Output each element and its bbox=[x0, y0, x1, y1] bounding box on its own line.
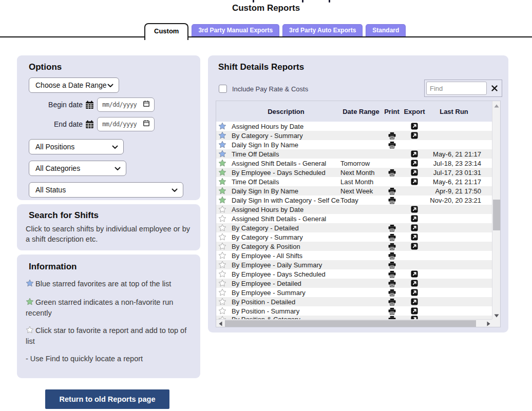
export-icon[interactable] bbox=[402, 169, 427, 176]
green-star-icon[interactable] bbox=[216, 187, 232, 195]
print-icon[interactable] bbox=[382, 197, 402, 204]
scroll-right-arrow-icon[interactable] bbox=[485, 320, 492, 327]
export-icon[interactable] bbox=[402, 270, 427, 278]
print-icon[interactable] bbox=[382, 169, 402, 177]
date-picker-icon[interactable] bbox=[143, 120, 150, 129]
report-description[interactable]: By Category - Summary bbox=[232, 132, 340, 140]
print-icon[interactable] bbox=[382, 132, 402, 140]
status-select[interactable]: All Status bbox=[29, 182, 183, 198]
export-icon[interactable] bbox=[402, 243, 427, 250]
horizontal-scrollbar-thumb[interactable] bbox=[225, 320, 476, 327]
blue-star-icon[interactable] bbox=[216, 150, 232, 158]
outline-star-icon[interactable] bbox=[216, 233, 232, 241]
categories-select[interactable]: All Categories bbox=[29, 161, 126, 176]
report-description[interactable]: Daily Sign In By Name bbox=[232, 187, 340, 195]
green-star-icon[interactable] bbox=[216, 196, 232, 204]
tab-3rd-party-manual-exports[interactable]: 3rd Party Manual Exports bbox=[192, 24, 279, 36]
print-icon[interactable] bbox=[382, 289, 402, 297]
outline-star-icon[interactable] bbox=[216, 270, 232, 278]
print-icon[interactable] bbox=[382, 270, 402, 278]
begin-date-input[interactable]: mm/dd/yyyy bbox=[97, 97, 155, 112]
vertical-scrollbar-thumb[interactable] bbox=[493, 200, 500, 230]
blue-star-icon[interactable] bbox=[216, 141, 232, 149]
clear-find-icon[interactable] bbox=[487, 85, 502, 91]
green-star-icon[interactable] bbox=[216, 168, 232, 177]
calendar-icon[interactable] bbox=[85, 101, 94, 109]
tab-custom[interactable]: Custom bbox=[144, 23, 188, 40]
report-description[interactable]: Assigned Shift Details - General bbox=[232, 160, 340, 167]
outline-star-icon[interactable] bbox=[216, 298, 232, 306]
export-icon[interactable] bbox=[402, 215, 427, 222]
outline-star-icon[interactable] bbox=[216, 205, 232, 213]
print-icon[interactable] bbox=[382, 252, 402, 260]
report-description[interactable]: By Position - Summary bbox=[232, 307, 340, 315]
report-description[interactable]: By Category - Summary bbox=[232, 233, 340, 241]
green-star-icon[interactable] bbox=[216, 178, 232, 186]
outline-star-icon[interactable] bbox=[216, 242, 232, 250]
scroll-up-arrow-icon[interactable] bbox=[493, 103, 500, 109]
scroll-down-arrow-icon[interactable] bbox=[493, 312, 500, 319]
report-description[interactable]: By Employee - Daily Summary bbox=[232, 261, 340, 269]
export-icon[interactable] bbox=[402, 298, 427, 305]
export-icon[interactable] bbox=[402, 280, 427, 287]
export-icon[interactable] bbox=[402, 123, 427, 130]
report-description[interactable]: By Employee - Detailed bbox=[232, 280, 340, 287]
report-description[interactable]: Assigned Hours by Date bbox=[232, 123, 340, 130]
report-description[interactable]: By Employee - Days Scheduled bbox=[232, 169, 340, 177]
green-star-icon[interactable] bbox=[216, 159, 232, 167]
report-description[interactable]: By Employee - Days Scheduled bbox=[232, 270, 340, 278]
export-icon[interactable] bbox=[402, 289, 427, 296]
search-for-shifts-panel[interactable]: Search for Shifts Click to search shifts… bbox=[17, 204, 200, 250]
find-input[interactable] bbox=[426, 82, 487, 95]
blue-star-icon[interactable] bbox=[216, 131, 232, 140]
tab-standard[interactable]: Standard bbox=[366, 24, 406, 36]
tab-3rd-party-auto-exports[interactable]: 3rd Party Auto Exports bbox=[282, 24, 363, 36]
export-icon[interactable] bbox=[402, 160, 427, 167]
export-icon[interactable] bbox=[402, 224, 427, 231]
report-description[interactable]: By Employee - Summary bbox=[232, 289, 340, 297]
outline-star-icon[interactable] bbox=[216, 224, 232, 232]
report-description[interactable]: Daily Sign In with Category - Self Ce... bbox=[232, 197, 340, 204]
print-icon[interactable] bbox=[382, 187, 402, 195]
report-description[interactable]: By Category - Detailed bbox=[232, 224, 340, 232]
positions-select[interactable]: All Positions bbox=[29, 139, 124, 154]
export-icon[interactable] bbox=[402, 206, 427, 213]
outline-star-icon[interactable] bbox=[216, 288, 232, 297]
print-icon[interactable] bbox=[382, 280, 402, 287]
export-icon[interactable] bbox=[402, 307, 427, 315]
report-description[interactable]: By Position - Detailed bbox=[232, 298, 340, 306]
print-icon[interactable] bbox=[382, 224, 402, 232]
report-description[interactable]: By Category & Position bbox=[232, 243, 340, 250]
export-icon[interactable] bbox=[402, 150, 427, 158]
print-icon[interactable] bbox=[382, 243, 402, 250]
scroll-left-arrow-icon[interactable] bbox=[217, 320, 224, 327]
report-description[interactable]: Daily Sign In By Name bbox=[232, 141, 340, 149]
outline-star-icon[interactable] bbox=[216, 307, 232, 315]
outline-star-icon[interactable] bbox=[216, 251, 232, 260]
outline-star-icon[interactable] bbox=[216, 261, 232, 269]
vertical-scrollbar[interactable] bbox=[492, 101, 500, 320]
print-icon[interactable] bbox=[382, 307, 402, 315]
return-to-old-reports-button[interactable]: Return to old Reports page bbox=[45, 389, 169, 409]
report-description[interactable]: Assigned Hours by Date bbox=[232, 206, 340, 213]
report-description[interactable]: Time Off Details bbox=[232, 150, 340, 158]
report-description[interactable]: Assigned Shift Details - General bbox=[232, 215, 340, 223]
end-date-input[interactable]: mm/dd/yyyy bbox=[97, 117, 155, 131]
blue-star-icon[interactable] bbox=[216, 122, 232, 130]
report-description[interactable]: Time Off Details bbox=[232, 178, 340, 186]
report-description[interactable]: By Employee - All Shifts bbox=[232, 252, 340, 260]
outline-star-icon[interactable] bbox=[216, 214, 232, 223]
print-icon[interactable] bbox=[382, 298, 402, 306]
export-icon[interactable] bbox=[402, 233, 427, 241]
date-range-select[interactable]: Choose a Date Range bbox=[29, 77, 119, 93]
calendar-icon[interactable] bbox=[85, 120, 94, 129]
date-picker-icon[interactable] bbox=[143, 100, 150, 109]
print-icon[interactable] bbox=[382, 261, 402, 269]
include-pay-checkbox[interactable] bbox=[219, 85, 227, 93]
horizontal-scrollbar[interactable] bbox=[216, 319, 493, 327]
print-icon[interactable] bbox=[382, 141, 402, 149]
print-icon[interactable] bbox=[382, 233, 402, 241]
export-icon[interactable] bbox=[402, 178, 427, 185]
export-icon[interactable] bbox=[402, 132, 427, 139]
outline-star-icon[interactable] bbox=[216, 279, 232, 287]
